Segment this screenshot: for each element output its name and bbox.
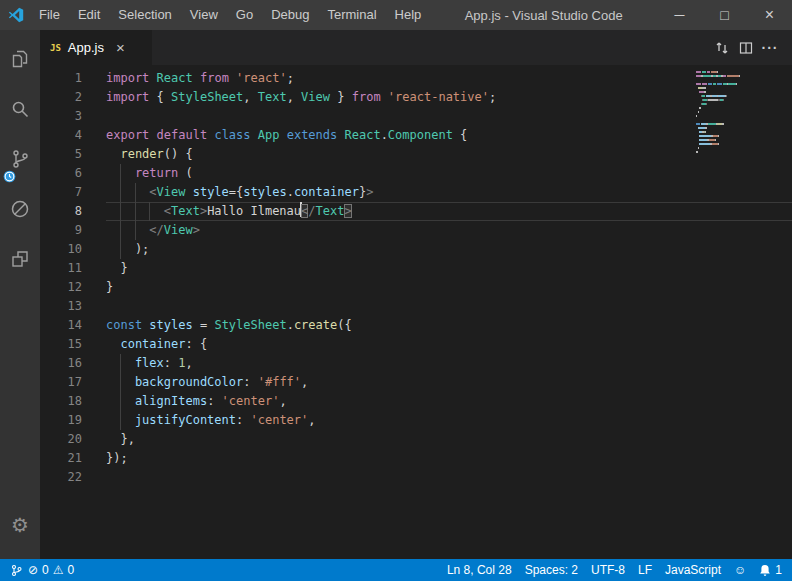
minimap-line — [696, 147, 780, 149]
menu-view[interactable]: View — [181, 0, 227, 30]
menu-help[interactable]: Help — [386, 0, 431, 30]
indent-guide — [106, 145, 120, 164]
menu-debug[interactable]: Debug — [262, 0, 318, 30]
indent-guide — [120, 202, 134, 221]
more-actions-icon[interactable]: ··· — [758, 36, 782, 60]
line-number[interactable]: 3 — [40, 107, 106, 126]
line-number[interactable]: 8 — [40, 202, 106, 221]
eol-setting[interactable]: LF — [638, 563, 652, 577]
explorer-icon[interactable] — [0, 34, 40, 84]
line-number[interactable]: 15 — [40, 335, 106, 354]
git-branch-icon[interactable] — [10, 564, 23, 577]
code-token: class — [214, 128, 250, 142]
code-token: 'react' — [236, 71, 287, 85]
error-icon: ⊘ — [28, 564, 38, 576]
line-number[interactable]: 21 — [40, 449, 106, 468]
feedback-smiley-icon[interactable]: ☺ — [734, 564, 746, 576]
menu-selection[interactable]: Selection — [109, 0, 180, 30]
code-line[interactable]: </View> — [106, 221, 792, 240]
notifications-bell[interactable]: 1 — [759, 563, 782, 577]
code-token: Component — [388, 128, 453, 142]
line-number[interactable]: 5 — [40, 145, 106, 164]
split-editor-icon[interactable] — [734, 36, 758, 60]
code-line[interactable]: render() { — [106, 145, 792, 164]
line-number[interactable]: 4 — [40, 126, 106, 145]
line-number[interactable]: 1 — [40, 69, 106, 88]
code-token: = — [193, 318, 215, 332]
indent-guide — [106, 411, 120, 430]
source-control-icon[interactable] — [0, 134, 40, 184]
line-number[interactable]: 2 — [40, 88, 106, 107]
close-window-button[interactable]: × — [747, 0, 792, 30]
code-line[interactable]: alignItems: 'center', — [106, 392, 792, 411]
minimap-line — [696, 107, 780, 109]
code-line[interactable] — [106, 468, 792, 487]
line-number[interactable]: 6 — [40, 164, 106, 183]
settings-gear-icon[interactable]: ⚙ — [0, 503, 40, 547]
menu-edit[interactable]: Edit — [69, 0, 109, 30]
code-line[interactable]: } — [106, 259, 792, 278]
tab-close-icon[interactable]: × — [116, 40, 125, 55]
code-line[interactable]: }, — [106, 430, 792, 449]
code-line[interactable]: justifyContent: 'center', — [106, 411, 792, 430]
code-line[interactable]: <Text>Hallo Ilmenau</Text> — [106, 202, 792, 221]
code-line[interactable]: backgroundColor: '#fff', — [106, 373, 792, 392]
line-number[interactable]: 22 — [40, 468, 106, 487]
line-number[interactable]: 20 — [40, 430, 106, 449]
search-icon[interactable] — [0, 84, 40, 134]
line-number[interactable]: 17 — [40, 373, 106, 392]
code-token: , — [308, 413, 315, 427]
minimap[interactable] — [696, 71, 780, 159]
line-number[interactable]: 12 — [40, 278, 106, 297]
line-number[interactable]: 11 — [40, 259, 106, 278]
code-token: > — [193, 223, 200, 237]
code-line[interactable]: <View style={styles.container}> — [106, 183, 792, 202]
maximize-button[interactable]: □ — [702, 0, 747, 30]
code-line[interactable]: export default class App extends React.C… — [106, 126, 792, 145]
code-editor[interactable]: 12345678910111213141516171819202122 impo… — [40, 65, 792, 559]
problems-indicator[interactable]: ⊘ 0 ⚠ 0 — [28, 563, 74, 577]
code-line[interactable]: }); — [106, 449, 792, 468]
indent-guide — [120, 373, 134, 392]
indent-guide — [120, 240, 134, 259]
line-number[interactable]: 14 — [40, 316, 106, 335]
code-line[interactable]: flex: 1, — [106, 354, 792, 373]
code-line[interactable]: const styles = StyleSheet.create({ — [106, 316, 792, 335]
indent-guide — [106, 164, 120, 183]
code-token: import — [106, 71, 149, 85]
code-token: render — [120, 147, 163, 161]
minimap-line — [696, 75, 780, 77]
tab-appjs[interactable]: JS App.js × — [40, 30, 152, 65]
extensions-icon[interactable] — [0, 234, 40, 284]
code-line[interactable]: } — [106, 278, 792, 297]
encoding-setting[interactable]: UTF-8 — [591, 563, 625, 577]
line-number[interactable]: 7 — [40, 183, 106, 202]
code-token: = — [229, 185, 236, 199]
line-number[interactable]: 19 — [40, 411, 106, 430]
open-changes-icon[interactable] — [710, 36, 734, 60]
menu-go[interactable]: Go — [227, 0, 262, 30]
editor-actions: ··· — [710, 30, 792, 65]
tab-bar: JS App.js × ··· — [40, 30, 792, 65]
line-number[interactable]: 18 — [40, 392, 106, 411]
line-number[interactable]: 9 — [40, 221, 106, 240]
line-number[interactable]: 13 — [40, 297, 106, 316]
code-line[interactable]: ); — [106, 240, 792, 259]
code-line[interactable]: import React from 'react'; — [106, 69, 792, 88]
indentation-setting[interactable]: Spaces: 2 — [525, 563, 578, 577]
code-line[interactable]: return ( — [106, 164, 792, 183]
code-line[interactable] — [106, 297, 792, 316]
code-token: , — [185, 356, 192, 370]
line-number[interactable]: 16 — [40, 354, 106, 373]
menu-terminal[interactable]: Terminal — [318, 0, 385, 30]
code-line[interactable]: container: { — [106, 335, 792, 354]
code-line[interactable] — [106, 107, 792, 126]
code-line[interactable]: import { StyleSheet, Text, View } from '… — [106, 88, 792, 107]
minimize-button[interactable]: ─ — [657, 0, 702, 30]
code-token: : — [164, 356, 178, 370]
debug-icon[interactable] — [0, 184, 40, 234]
line-number[interactable]: 10 — [40, 240, 106, 259]
language-mode[interactable]: JavaScript — [665, 563, 721, 577]
cursor-position[interactable]: Ln 8, Col 28 — [447, 563, 512, 577]
menu-file[interactable]: File — [30, 0, 69, 30]
